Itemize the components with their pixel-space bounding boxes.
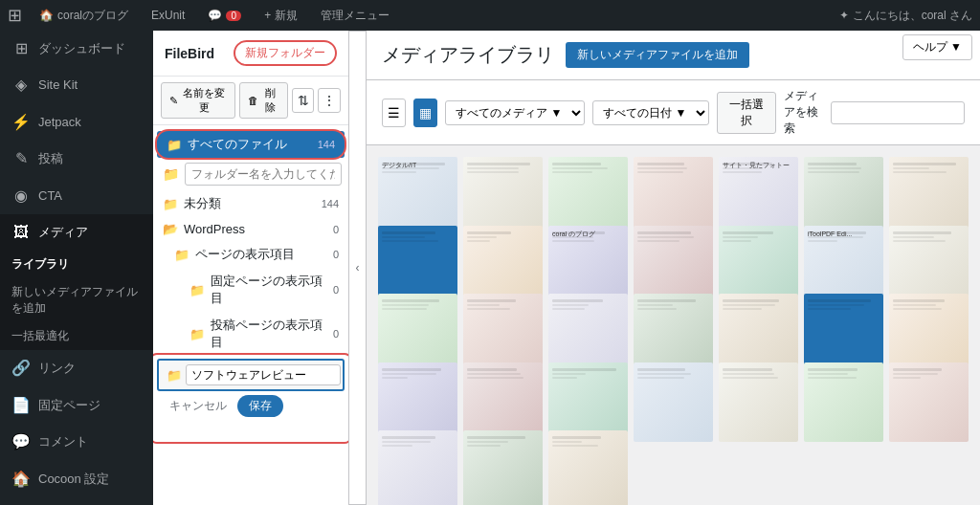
fixed-page-count: 0 [333, 284, 339, 296]
more-options-button[interactable]: ⋮ [318, 88, 341, 113]
sidebar-item-sitekit[interactable]: ◈ Site Kit [0, 67, 153, 103]
save-edit-button[interactable]: 保存 [237, 395, 283, 417]
sidebar: ⊞ ダッシュボード ◈ Site Kit ⚡ Jetpack ✎ 投稿 ◉ CT… [0, 31, 153, 505]
media-thumb-item[interactable] [463, 430, 543, 505]
pages-icon: 📄 [11, 395, 31, 416]
media-thumb-item[interactable]: coral のブログ [548, 226, 628, 305]
media-thumb-item[interactable] [634, 294, 713, 373]
sidebar-item-comments[interactable]: 💬 コメント [0, 424, 153, 460]
new-content-btn[interactable]: + 新規 [258, 0, 302, 31]
media-search-input[interactable] [831, 101, 965, 124]
media-type-filter[interactable]: すべてのメディア ▼ [445, 100, 585, 125]
add-media-button[interactable]: 新しいメディアファイルを追加 [566, 42, 749, 68]
sitekit-icon: ◈ [11, 75, 31, 96]
folder-name-input[interactable] [185, 163, 342, 186]
comments-sidebar-icon: 💬 [11, 431, 31, 452]
tree-item-fixed-page[interactable]: 📁 固定ページの表示項目 0 [153, 268, 348, 312]
cancel-edit-button[interactable]: キャンセル [165, 395, 232, 417]
bulk-select-button[interactable]: 一括選択 [717, 92, 776, 134]
cocoon-icon: 🏠 [11, 469, 31, 490]
media-thumb-item[interactable] [889, 157, 969, 236]
media-thumb-item[interactable] [378, 294, 457, 373]
media-icon: 🖼 [11, 222, 31, 243]
tree-item-uncategorized[interactable]: 📁 未分類 144 [153, 190, 348, 217]
media-thumb-item[interactable] [463, 362, 543, 442]
sidebar-item-contact[interactable]: ✉ お問い合わせ [0, 497, 153, 505]
sidebar-label-media: メディア [38, 224, 88, 241]
media-thumb-item[interactable] [548, 430, 628, 505]
media-thumb-item[interactable] [548, 294, 628, 373]
jetpack-icon: ⚡ [11, 112, 31, 133]
sidebar-item-posts[interactable]: ✎ 投稿 [0, 141, 153, 177]
dashboard-icon: ⊞ [11, 38, 31, 59]
sidebar-label-dashboard: ダッシュボード [38, 40, 125, 57]
media-thumb-item[interactable] [719, 226, 798, 305]
comments-link[interactable]: 💬 0 [202, 0, 247, 31]
sidebar-item-jetpack[interactable]: ⚡ Jetpack [0, 104, 153, 141]
media-thumb-item[interactable] [463, 226, 543, 305]
sidebar-item-library[interactable]: ライブラリ [0, 251, 153, 278]
main-content: FileBird 新規フォルダー ✎ 名前を変更 🗑 削除 ⇅ ⋮ 📁 [153, 31, 980, 505]
tree-item-all-files[interactable]: 📁 すべてのファイル 144 [157, 131, 345, 158]
sidebar-item-media[interactable]: 🖼 メディア [0, 214, 153, 251]
software-review-input[interactable] [186, 364, 341, 385]
media-thumb-item[interactable]: iToolPDF Edi... [804, 226, 883, 305]
sort-button[interactable]: ⇅ [292, 88, 315, 113]
media-thumb-item[interactable] [889, 362, 969, 442]
admin-bar-right: ✦ こんにちは、coral さん [839, 8, 972, 24]
filebird-toolbar: ✎ 名前を変更 🗑 削除 ⇅ ⋮ [153, 77, 348, 125]
sidebar-item-dashboard[interactable]: ⊞ ダッシュボード [0, 31, 153, 67]
sidebar-item-add-media[interactable]: 新しいメディアファイルを追加 [0, 278, 153, 322]
exunit-link[interactable]: ExUnit [145, 0, 190, 31]
wp-logo-icon: ⊞ [8, 5, 22, 26]
media-thumb-item[interactable] [889, 294, 969, 373]
sidebar-item-optimize[interactable]: 一括最適化 [0, 322, 153, 350]
page-display-label: ページの表示項目 [195, 246, 295, 263]
media-thumb-item[interactable] [634, 226, 713, 305]
media-title: メディアライブラリ [382, 42, 554, 68]
software-review-editing-container: 📁 キャンセル 保存 [157, 359, 345, 421]
media-thumb-item[interactable] [634, 157, 713, 236]
admin-menu-link[interactable]: 管理メニュー [315, 0, 395, 31]
media-thumb-item[interactable]: デジタル/IT [378, 157, 457, 236]
delete-button[interactable]: 🗑 削除 [239, 82, 287, 119]
media-thumb-item[interactable] [378, 362, 457, 442]
media-thumb-item[interactable] [634, 362, 713, 442]
sidebar-item-cocoon[interactable]: 🏠 Cocoon 設定 [0, 461, 153, 497]
site-name-link[interactable]: 🏠 coralのブログ [33, 0, 134, 31]
panel-collapse-button[interactable]: ‹ [349, 31, 367, 505]
sidebar-item-cta[interactable]: ◉ CTA [0, 178, 153, 214]
new-folder-button[interactable]: 新規フォルダー [234, 40, 337, 66]
tree-item-page-display[interactable]: 📁 ページの表示項目 0 [153, 241, 348, 268]
grid-view-button[interactable]: ▦ [413, 99, 437, 127]
media-thumb-item[interactable] [378, 226, 457, 305]
media-thumb-item[interactable] [463, 157, 543, 236]
media-thumb-item[interactable] [889, 226, 969, 305]
all-files-label: すべてのファイル [188, 136, 287, 153]
list-view-button[interactable]: ☰ [382, 99, 406, 127]
media-thumb-item[interactable] [548, 362, 628, 442]
delete-label: 削除 [261, 86, 278, 115]
fixed-page-icon: 📁 [189, 283, 205, 297]
media-thumb-item[interactable] [548, 157, 628, 236]
tree-item-wordpress[interactable]: 📂 WordPress 0 [153, 217, 348, 241]
media-thumb-item[interactable] [804, 157, 883, 236]
media-date-filter[interactable]: すべての日付 ▼ [592, 100, 709, 125]
media-search-group: メディアを検索 [784, 88, 965, 137]
media-thumb-item[interactable] [804, 294, 883, 373]
media-thumb-item[interactable] [719, 294, 798, 373]
media-thumb-item[interactable]: サイト・見たフォトー [719, 157, 798, 236]
media-thumb-item[interactable] [463, 294, 543, 373]
sidebar-item-pages[interactable]: 📄 固定ページ [0, 387, 153, 424]
tree-item-post-page[interactable]: 📁 投稿ページの表示項目 0 [153, 312, 348, 356]
help-button-container: ヘルプ ▼ [902, 34, 972, 60]
help-button[interactable]: ヘルプ ▼ [902, 34, 972, 60]
wordpress-count: 0 [333, 224, 339, 235]
sidebar-label-optimize: 一括最適化 [11, 328, 69, 344]
media-thumb-item[interactable] [378, 430, 457, 505]
uncategorized-label: 未分類 [184, 195, 221, 212]
sidebar-item-links[interactable]: 🔗 リンク [0, 350, 153, 386]
rename-button[interactable]: ✎ 名前を変更 [161, 82, 235, 119]
media-thumb-item[interactable] [719, 362, 798, 442]
media-thumb-item[interactable] [804, 362, 883, 442]
